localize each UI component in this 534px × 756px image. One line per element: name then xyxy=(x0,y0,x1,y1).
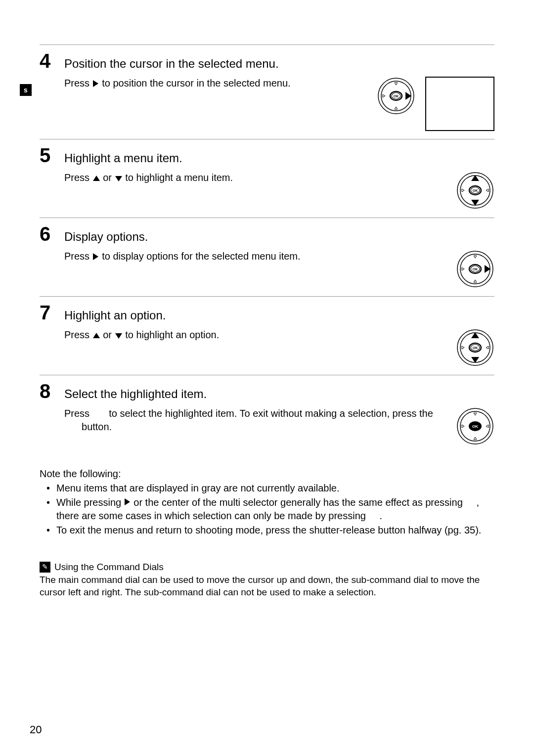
step-heading: 7 Highlight an option. xyxy=(40,303,494,322)
step-heading: 4 Position the cursor in the selected me… xyxy=(40,51,494,71)
step-body: Press to select the highlighted item. To… xyxy=(40,407,494,445)
step-7: 7 Highlight an option. Press or to highl… xyxy=(40,296,494,375)
side-tab-label: s xyxy=(24,86,28,94)
text-fragment: Press xyxy=(64,172,92,183)
step-number: 8 xyxy=(40,381,64,401)
step-text: Press or to highlight an option. xyxy=(64,328,446,343)
svg-marker-48 xyxy=(462,425,464,428)
text-fragment: to highlight a menu item. xyxy=(123,172,233,183)
note-bullet: To exit the menus and return to shooting… xyxy=(40,524,494,537)
text-fragment: While pressing xyxy=(56,497,124,508)
text-fragment: to highlight an option. xyxy=(123,329,220,340)
text-fragment: to position the cursor in the selected m… xyxy=(99,78,291,89)
svg-marker-0 xyxy=(93,80,98,87)
svg-marker-40 xyxy=(462,346,464,349)
step-5: 5 Highlight a menu item. Press or to hig… xyxy=(40,139,494,218)
arrow-up-icon xyxy=(92,172,100,185)
text-fragment: . xyxy=(379,510,382,521)
step-4: 4 Position the cursor in the selected me… xyxy=(40,44,494,139)
step-body: Press to position the cursor in the sele… xyxy=(40,77,494,131)
main-content: 4 Position the cursor in the selected me… xyxy=(40,44,494,599)
step-body: Press to display options for the selecte… xyxy=(40,250,494,288)
text-fragment: Press xyxy=(64,408,92,419)
svg-marker-7 xyxy=(395,107,398,109)
step-title: Highlight a menu item. xyxy=(64,151,494,165)
arrow-right-icon xyxy=(92,251,99,264)
text-fragment: or xyxy=(100,329,115,340)
note-text: Menu items that are displayed in gray ar… xyxy=(56,483,340,493)
step-text: Press or to highlight a menu item. xyxy=(64,171,446,185)
svg-marker-31 xyxy=(93,333,100,338)
svg-marker-20 xyxy=(486,189,489,192)
svg-marker-46 xyxy=(474,413,477,415)
blank-display-placeholder xyxy=(425,77,494,131)
svg-marker-49 xyxy=(486,425,489,428)
step-6: 6 Display options. Press to display opti… xyxy=(40,218,494,296)
step-title: Select the highlighted item. xyxy=(64,387,494,401)
page-number: 20 xyxy=(30,723,42,736)
step-heading: 5 Highlight a menu item. xyxy=(40,145,494,165)
step-8: 8 Select the highlighted item. Press to … xyxy=(40,375,494,453)
step-number: 7 xyxy=(40,303,64,322)
svg-marker-10 xyxy=(93,176,100,181)
svg-marker-50 xyxy=(125,498,130,505)
svg-text:OK: OK xyxy=(472,424,478,429)
svg-marker-8 xyxy=(383,94,385,97)
step-title: Position the cursor in the selected menu… xyxy=(64,57,494,71)
text-fragment: Press xyxy=(64,329,92,340)
step-text: Press to display options for the selecte… xyxy=(64,250,446,264)
multi-selector-updown-icon: OK xyxy=(456,328,494,367)
note-bullet: Menu items that are displayed in gray ar… xyxy=(40,482,494,495)
step-title: Display options. xyxy=(64,230,494,244)
step-heading: 6 Display options. xyxy=(40,224,494,244)
tip-body: The main command dial can be used to mov… xyxy=(40,574,494,599)
step-heading: 8 Select the highlighted item. xyxy=(40,381,494,401)
svg-text:OK: OK xyxy=(473,189,478,192)
arrow-down-icon xyxy=(115,329,123,343)
notes-section: Note the following: Menu items that are … xyxy=(40,467,494,537)
arrow-right-icon xyxy=(92,78,99,91)
multi-selector-ok-icon: OK xyxy=(456,407,494,445)
step-body: Press or to highlight an option. OK xyxy=(40,328,494,367)
arrow-up-icon xyxy=(92,329,100,343)
step-number: 4 xyxy=(40,51,64,71)
svg-marker-6 xyxy=(395,83,398,85)
step-text: Press to select the highlighted item. To… xyxy=(64,407,446,434)
svg-text:OK: OK xyxy=(473,346,478,350)
text-fragment: button. xyxy=(79,421,112,432)
svg-marker-47 xyxy=(474,437,477,440)
arrow-right-icon xyxy=(124,497,131,508)
svg-marker-29 xyxy=(462,267,464,270)
text-fragment: Press xyxy=(64,78,92,89)
svg-marker-19 xyxy=(462,189,464,192)
step-number: 6 xyxy=(40,224,64,244)
step-title: Highlight an option. xyxy=(64,309,494,322)
svg-marker-28 xyxy=(474,280,477,282)
svg-marker-27 xyxy=(474,256,477,258)
multi-selector-updown-icon: OK xyxy=(456,171,494,210)
svg-marker-41 xyxy=(486,346,489,349)
svg-text:OK: OK xyxy=(473,267,478,271)
note-bullet: While pressing or the center of the mult… xyxy=(40,496,494,523)
text-fragment: to select the highlighted item. To exit … xyxy=(106,408,433,419)
note-text: To exit the menus and return to shooting… xyxy=(56,525,481,535)
pencil-icon: ✎ xyxy=(40,562,50,573)
side-tab-icon: s xyxy=(20,84,32,96)
tip-box: ✎ Using the Command Dials The main comma… xyxy=(40,561,494,599)
svg-text:OK: OK xyxy=(394,94,399,98)
multi-selector-right-icon: OK xyxy=(377,77,415,115)
tip-title: Using the Command Dials xyxy=(54,561,164,574)
text-fragment: or the center of the multi selector gene… xyxy=(131,497,466,508)
step-body: Press or to highlight a menu item. OK xyxy=(40,171,494,210)
notes-title: Note the following: xyxy=(40,467,494,481)
text-fragment: to display options for the selected menu… xyxy=(99,251,301,262)
svg-marker-21 xyxy=(93,253,98,260)
arrow-down-icon xyxy=(115,172,123,185)
step-number: 5 xyxy=(40,145,64,165)
svg-marker-32 xyxy=(115,333,122,339)
text-fragment: Press xyxy=(64,251,92,262)
multi-selector-right-icon: OK xyxy=(456,250,494,288)
tip-heading: ✎ Using the Command Dials xyxy=(40,561,494,574)
svg-marker-11 xyxy=(115,176,122,181)
step-text: Press to position the cursor in the sele… xyxy=(64,77,367,91)
